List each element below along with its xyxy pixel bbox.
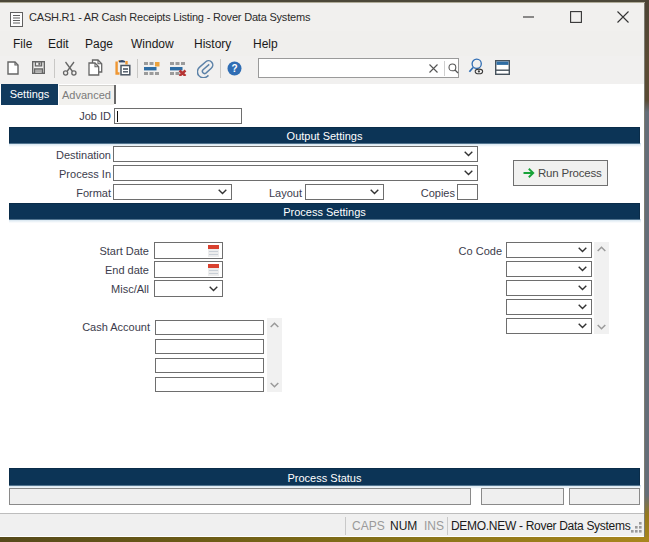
svg-text:?: ?: [231, 63, 237, 74]
